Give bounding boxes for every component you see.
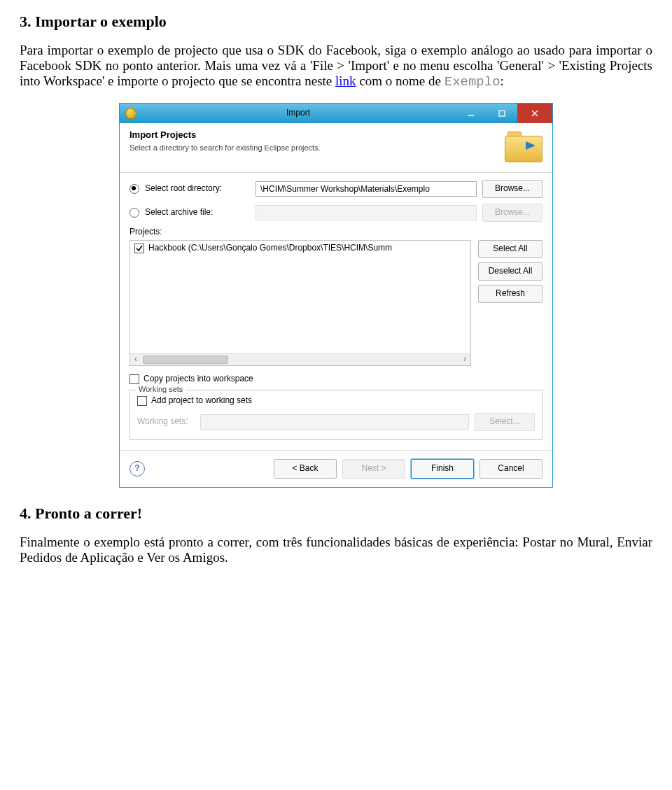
copy-projects-checkbox[interactable] xyxy=(130,374,139,384)
h-scrollbar[interactable]: ‹ › xyxy=(130,353,470,365)
section-3-paragraph: Para importar o exemplo de projecto que … xyxy=(20,43,652,90)
dialog-footer: ? < Back Next > Finish Cancel xyxy=(120,450,552,487)
project-item-label: Hackbook (C:\Users\Gonçalo Gomes\Dropbox… xyxy=(148,244,392,253)
add-to-workingsets-label: Add project to working sets xyxy=(151,396,252,406)
root-dir-radio[interactable] xyxy=(130,184,139,194)
browse-root-button[interactable]: Browse... xyxy=(482,180,542,198)
deselect-all-button[interactable]: Deselect All xyxy=(478,262,542,281)
section-3-heading: 3. Importar o exemplo xyxy=(20,13,652,30)
scroll-thumb[interactable] xyxy=(143,355,228,364)
working-sets-select-button: Select... xyxy=(475,413,535,431)
dialog-header: Import Projects Select a directory to se… xyxy=(120,123,552,173)
projects-listbox[interactable]: Hackbook (C:\Users\Gonçalo Gomes\Dropbox… xyxy=(130,240,471,366)
refresh-button[interactable]: Refresh xyxy=(478,285,542,303)
window-title: Import xyxy=(141,108,456,118)
archive-input xyxy=(255,205,477,220)
working-sets-legend: Working sets xyxy=(136,385,186,394)
working-sets-input xyxy=(200,414,469,430)
app-icon xyxy=(125,108,136,119)
header-title: Import Projects xyxy=(130,130,498,141)
link-exemplo[interactable]: link xyxy=(335,73,356,88)
browse-archive-button: Browse... xyxy=(482,204,542,222)
archive-label: Select archive file: xyxy=(145,208,255,218)
mono-exemplo: Exemplo xyxy=(444,74,500,90)
working-sets-label: Working sets: xyxy=(137,417,200,427)
project-item[interactable]: Hackbook (C:\Users\Gonçalo Gomes\Dropbox… xyxy=(134,244,466,253)
scroll-right-icon[interactable]: › xyxy=(459,354,470,365)
add-to-workingsets-checkbox[interactable] xyxy=(137,396,147,406)
projects-label: Projects: xyxy=(130,227,542,237)
help-icon[interactable]: ? xyxy=(130,461,145,477)
section-4-heading: 4. Pronto a correr! xyxy=(20,505,652,522)
para-text: : xyxy=(500,73,504,88)
maximize-button[interactable] xyxy=(486,104,517,123)
project-checkbox[interactable] xyxy=(134,244,144,253)
archive-radio[interactable] xyxy=(130,208,139,218)
copy-projects-label: Copy projects into workspace xyxy=(144,374,253,384)
titlebar: Import xyxy=(120,104,552,123)
working-sets-fieldset: Working sets Add project to working sets… xyxy=(130,390,542,440)
scroll-left-icon[interactable]: ‹ xyxy=(130,354,141,365)
cancel-button[interactable]: Cancel xyxy=(479,459,542,479)
svg-marker-4 xyxy=(512,141,536,150)
dialog-content: Select root directory: Browse... Select … xyxy=(120,173,552,450)
import-dialog: Import Import Projects Select a director… xyxy=(119,103,553,488)
header-subtitle: Select a directory to search for existin… xyxy=(130,143,498,153)
import-folder-icon xyxy=(505,132,542,162)
section-4-paragraph: Finalmente o exemplo está pronto a corre… xyxy=(20,535,652,565)
window-buttons xyxy=(456,104,552,123)
svg-rect-1 xyxy=(499,111,505,116)
root-dir-input[interactable] xyxy=(255,181,477,197)
select-all-button[interactable]: Select All xyxy=(478,240,542,258)
finish-button[interactable]: Finish xyxy=(411,459,474,479)
root-dir-label: Select root directory: xyxy=(145,184,255,194)
next-button: Next > xyxy=(342,459,405,479)
back-button[interactable]: < Back xyxy=(274,459,337,479)
para-text: com o nome de xyxy=(359,73,444,88)
close-button[interactable] xyxy=(517,104,552,123)
minimize-button[interactable] xyxy=(456,104,486,123)
